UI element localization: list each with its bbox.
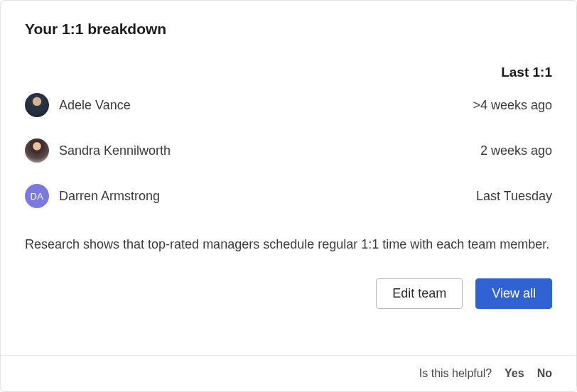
member-name: Darren Armstrong	[59, 189, 160, 204]
team-list: Adele Vance >4 weeks ago Sandra Kennilwo…	[25, 93, 552, 208]
feedback-no-button[interactable]: No	[537, 367, 552, 380]
member-name: Adele Vance	[59, 98, 131, 113]
breakdown-card: Your 1:1 breakdown Last 1:1 Adele Vance …	[0, 0, 577, 392]
member-name: Sandra Kennilworth	[59, 143, 171, 158]
table-row: Sandra Kennilworth 2 weeks ago	[25, 138, 552, 163]
table-row: DA Darren Armstrong Last Tuesday	[25, 184, 552, 208]
button-row: Edit team View all	[25, 278, 552, 309]
avatar: DA	[25, 184, 49, 208]
avatar	[25, 138, 49, 163]
member-cell: Sandra Kennilworth	[25, 138, 171, 163]
column-header-row: Last 1:1	[25, 65, 552, 80]
feedback-footer: Is this helpful? Yes No	[1, 355, 576, 391]
feedback-prompt: Is this helpful?	[419, 367, 492, 380]
last-meeting-time: >4 weeks ago	[473, 98, 552, 113]
avatar	[25, 93, 49, 117]
member-cell: DA Darren Armstrong	[25, 184, 160, 208]
view-all-button[interactable]: View all	[475, 278, 552, 309]
table-row: Adele Vance >4 weeks ago	[25, 93, 552, 117]
last-meeting-time: 2 weeks ago	[480, 143, 552, 158]
feedback-yes-button[interactable]: Yes	[505, 367, 524, 380]
research-tip-text: Research shows that top-rated managers s…	[25, 235, 552, 254]
last-meeting-time: Last Tuesday	[476, 189, 552, 204]
member-cell: Adele Vance	[25, 93, 131, 117]
last-column-header: Last 1:1	[501, 65, 552, 80]
card-title: Your 1:1 breakdown	[25, 21, 552, 38]
edit-team-button[interactable]: Edit team	[376, 278, 463, 309]
